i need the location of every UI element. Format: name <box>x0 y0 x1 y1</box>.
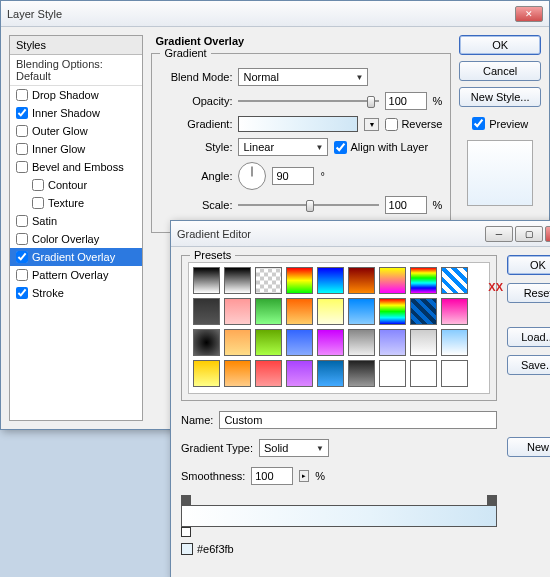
preset-swatch[interactable] <box>379 329 406 356</box>
color-stop[interactable] <box>181 527 191 537</box>
styles-item-pattern-overlay[interactable]: Pattern Overlay <box>10 266 142 284</box>
styles-item-color-overlay[interactable]: Color Overlay <box>10 230 142 248</box>
preset-swatch[interactable] <box>410 329 437 356</box>
ok-button[interactable]: OK <box>459 35 541 55</box>
styles-item-checkbox[interactable] <box>16 233 28 245</box>
styles-item-checkbox[interactable] <box>32 197 44 209</box>
gradient-type-select[interactable]: Solid▼ <box>259 439 329 457</box>
opacity-stop[interactable] <box>181 495 191 505</box>
blending-options[interactable]: Blending Options: Default <box>10 55 142 86</box>
styles-item-checkbox[interactable] <box>16 89 28 101</box>
preset-swatch[interactable] <box>379 298 406 325</box>
preset-swatch[interactable] <box>286 329 313 356</box>
preset-swatch[interactable] <box>441 360 468 387</box>
gradient-label: Gradient: <box>160 118 232 130</box>
preset-swatch[interactable] <box>410 267 437 294</box>
style-select[interactable]: Linear▼ <box>238 138 328 156</box>
angle-input[interactable] <box>272 167 314 185</box>
styles-item-gradient-overlay[interactable]: Gradient Overlay <box>10 248 142 266</box>
styles-item-checkbox[interactable] <box>16 125 28 137</box>
styles-item-checkbox[interactable] <box>16 251 28 263</box>
preset-swatch[interactable] <box>255 298 282 325</box>
new-style-button[interactable]: New Style... <box>459 87 541 107</box>
preset-swatch[interactable] <box>441 329 468 356</box>
opacity-stop[interactable] <box>487 495 497 505</box>
ge-ok-button[interactable]: OK <box>507 255 550 275</box>
ge-save-button[interactable]: Save... <box>507 355 550 375</box>
styles-item-drop-shadow[interactable]: Drop Shadow <box>10 86 142 104</box>
styles-item-contour[interactable]: Contour <box>10 176 142 194</box>
preset-swatch[interactable] <box>255 360 282 387</box>
align-checkbox[interactable]: Align with Layer <box>334 141 428 154</box>
minimize-icon[interactable]: ─ <box>485 226 513 242</box>
styles-item-texture[interactable]: Texture <box>10 194 142 212</box>
preset-swatch[interactable] <box>255 329 282 356</box>
ge-reset-button[interactable]: Reset <box>507 283 550 303</box>
preset-swatch[interactable] <box>410 298 437 325</box>
preset-swatch[interactable] <box>193 267 220 294</box>
preset-swatch[interactable] <box>286 267 313 294</box>
preset-swatch[interactable] <box>441 298 468 325</box>
preset-swatch[interactable] <box>193 298 220 325</box>
reverse-checkbox[interactable]: Reverse <box>385 118 442 131</box>
preset-swatch[interactable] <box>193 360 220 387</box>
preset-swatch[interactable] <box>441 267 468 294</box>
ge-new-button[interactable]: New <box>507 437 550 457</box>
chevron-right-icon[interactable]: ▸ <box>299 470 309 482</box>
styles-item-checkbox[interactable] <box>16 287 28 299</box>
preset-swatch[interactable] <box>317 298 344 325</box>
gradient-editor-titlebar[interactable]: Gradient Editor ─ ▢ ✕ <box>171 221 550 247</box>
preset-swatch[interactable] <box>410 360 437 387</box>
preset-swatch[interactable] <box>224 329 251 356</box>
maximize-icon[interactable]: ▢ <box>515 226 543 242</box>
styles-item-outer-glow[interactable]: Outer Glow <box>10 122 142 140</box>
styles-item-checkbox[interactable] <box>16 143 28 155</box>
preset-swatch[interactable] <box>348 267 375 294</box>
close-icon[interactable]: ✕ <box>515 6 543 22</box>
scale-input[interactable] <box>385 196 427 214</box>
preset-swatch[interactable] <box>193 329 220 356</box>
opacity-input[interactable] <box>385 92 427 110</box>
cancel-button[interactable]: Cancel <box>459 61 541 81</box>
preview-checkbox[interactable]: Preview <box>459 117 541 130</box>
chevron-down-icon[interactable]: ▼ <box>364 118 379 131</box>
preset-swatch[interactable] <box>224 360 251 387</box>
preset-swatch[interactable] <box>348 329 375 356</box>
styles-item-checkbox[interactable] <box>16 269 28 281</box>
layer-style-titlebar[interactable]: Layer Style ✕ <box>1 1 549 27</box>
preset-swatch[interactable] <box>379 267 406 294</box>
gradient-swatch[interactable] <box>238 116 358 132</box>
close-icon[interactable]: ✕ <box>545 226 550 242</box>
preset-swatch[interactable] <box>286 298 313 325</box>
styles-item-satin[interactable]: Satin <box>10 212 142 230</box>
opacity-slider[interactable] <box>238 94 378 108</box>
styles-item-inner-glow[interactable]: Inner Glow <box>10 140 142 158</box>
styles-item-inner-shadow[interactable]: Inner Shadow <box>10 104 142 122</box>
preset-swatch[interactable] <box>224 267 251 294</box>
styles-item-label: Drop Shadow <box>32 89 99 101</box>
preset-swatch[interactable] <box>348 360 375 387</box>
preset-swatch[interactable] <box>317 267 344 294</box>
preset-swatch[interactable] <box>286 360 313 387</box>
styles-item-stroke[interactable]: Stroke <box>10 284 142 302</box>
styles-item-checkbox[interactable] <box>16 161 28 173</box>
angle-dial[interactable] <box>238 162 266 190</box>
preset-swatch[interactable] <box>317 360 344 387</box>
styles-item-checkbox[interactable] <box>32 179 44 191</box>
styles-header[interactable]: Styles <box>10 36 142 55</box>
preset-swatch[interactable] <box>317 329 344 356</box>
smoothness-unit: % <box>315 470 325 482</box>
blendmode-select[interactable]: Normal▼ <box>238 68 368 86</box>
gradient-bar[interactable] <box>181 505 497 527</box>
name-input[interactable] <box>219 411 497 429</box>
scale-slider[interactable] <box>238 198 378 212</box>
preset-swatch[interactable] <box>224 298 251 325</box>
preset-swatch[interactable] <box>255 267 282 294</box>
styles-item-checkbox[interactable] <box>16 107 28 119</box>
styles-item-checkbox[interactable] <box>16 215 28 227</box>
preset-swatch[interactable] <box>348 298 375 325</box>
styles-item-bevel-and-emboss[interactable]: Bevel and Emboss <box>10 158 142 176</box>
smoothness-input[interactable] <box>251 467 293 485</box>
preset-swatch[interactable] <box>379 360 406 387</box>
ge-load-button[interactable]: Load... <box>507 327 550 347</box>
